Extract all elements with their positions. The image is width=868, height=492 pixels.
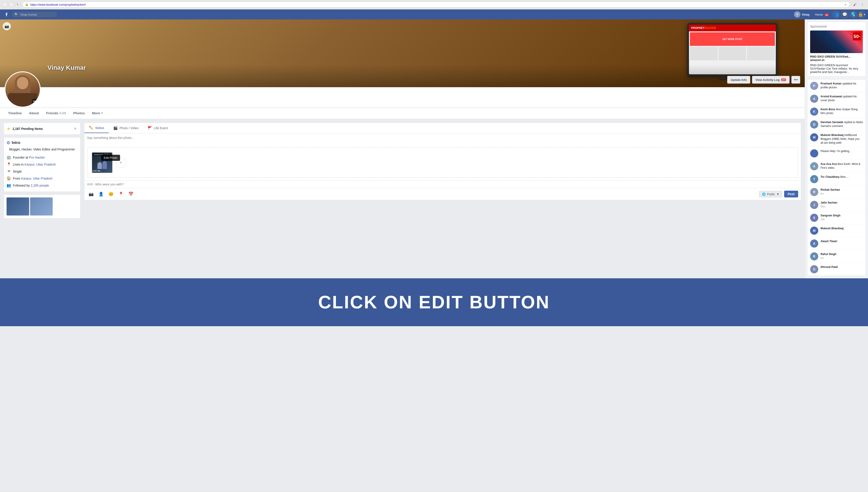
work-link[interactable]: Pro Hacker [29,156,45,159]
hometown-link[interactable]: Kanpur, Uttar Pradesh [21,177,53,180]
avatar-mukesh2: M [810,227,818,235]
friends-nav-icon[interactable]: 👥 [832,10,840,18]
more-tab-label: More [92,111,100,115]
life-event-tab[interactable]: 🚩 Life Event [143,123,172,133]
work-icon: 🏢 [6,155,11,159]
photos-box [4,195,80,218]
with-label: With [87,182,93,186]
cover-photo: PROPHETHACKER GET MORE STUFF [0,19,805,87]
tab-friends[interactable]: Friends 3,116 [43,108,70,119]
schedule-btn[interactable]: 📅 [127,190,135,198]
activity-text-jatin: Jatin Sachan [821,201,863,205]
home-notification-badge: 11 [825,14,829,16]
tab-timeline[interactable]: Timeline [4,108,26,119]
activity-item-prashant: P Prashant Kumar updated his profile pic… [807,79,866,92]
pending-label: Pending Items [21,127,43,130]
activity-item-mukesh: M Mukesh Bhardwaj HellBound Bloggers (HB… [807,131,866,147]
edit-photo-tooltip-text: Edit Photo [104,156,117,159]
activity-content-trc: Trc Chaudhary likes ... [821,175,863,183]
avatar-sangram: S [810,214,818,222]
feeling-btn[interactable]: 😊 [107,190,115,198]
location-btn[interactable]: 📍 [117,190,125,198]
browser-actions: 🖌 ⋮ [852,1,866,8]
activity-text-sangram: Sangram Singh [821,214,863,218]
profile-nav: Timeline About Friends 3,116 Photos More… [0,108,805,119]
activity-text-mukesh2: Mukesh Bhardwaj [821,227,863,230]
settings-nav-icon[interactable]: 🔒 ▼ [858,10,866,18]
ad-title[interactable]: RNG EKO GREEN SUV/Sed... amazon.in [810,55,863,62]
cover-gradient [0,65,805,87]
photo-1[interactable] [6,197,29,216]
activity-text-trc: Trc Chaudhary likes ... [821,175,863,179]
composer-text-input[interactable] [87,136,798,145]
composer-with-section: With [84,180,801,188]
bookmark-icon[interactable]: ★ [844,3,847,6]
search-input[interactable] [20,13,54,16]
more-options-button[interactable]: ••• [791,76,800,83]
activity-text-aca: Aca Aca Aca likes Earth, Wind & Fire's v… [821,162,863,170]
activity-item-rishab: R Rishab Sachan 5m [807,186,866,199]
followers-link[interactable]: 2,285 people [31,183,49,187]
activity-text-arvind: Arvind Kumawat updated his cover photo. [821,95,863,102]
forward-button[interactable]: → [8,2,14,7]
person-2 [102,161,107,169]
privacy-button[interactable]: 🌐 Public ▼ [759,191,782,197]
tab-more[interactable]: More ▼ [88,108,107,119]
back-button[interactable]: ← [2,2,8,7]
tab-about[interactable]: About [26,108,43,119]
right-sidebar: Sponsored 50% RNG EKO GREEN SUV/Sed... a… [805,19,868,278]
cover-photo-container: PROPHETHACKER GET MORE STUFF [0,19,805,108]
pending-close-button[interactable]: ✕ [73,126,77,132]
activity-text-rahul: Rahul Singh [821,252,863,256]
camera-cover-button[interactable]: 📷 [3,22,11,30]
address-bar[interactable]: 🔒 https://www.facebook.com/prophethacker… [22,2,850,7]
activity-content-dhruval: Dhruval Patel [821,265,863,273]
photo-2[interactable] [30,197,53,216]
avatar-mukesh: M [810,133,818,141]
intro-hometown-item: 🏠 From Kanpur, Uttar Pradesh [6,175,77,182]
photos-grid [6,197,77,216]
screen-logo: PROPHETHACKER [691,26,716,30]
ad-badge: 50% [853,32,861,41]
photo-name-text: AJAY BH... [92,170,102,172]
intro-title: ⊙ Intro [6,140,77,145]
activity-content-rahul: Rahul Singh 5m [821,252,863,261]
composer-tabs: ✏️ Status 🎬 Photo / Video 🚩 Life Event [84,123,801,133]
menu-button[interactable]: ⋮ [860,1,866,8]
profile-info-bar: 📷 [0,87,805,108]
ad-image[interactable]: 50% [810,30,863,53]
extensions-button[interactable]: 🖌 [852,1,858,8]
add-photo-action-btn[interactable]: 📷 [87,190,95,198]
avatar-camera-button[interactable]: 📷 [32,98,38,105]
notifications-nav-icon[interactable]: 🌎 [849,10,857,18]
people-icon: 👥 [834,12,839,17]
avatar-rahul: R [810,252,818,261]
home-nav-button[interactable]: Home 11 [813,12,831,17]
post-button[interactable]: Post [784,191,798,197]
intro-box: ⊙ Intro Blogger, Hacker, Video Editor an… [4,137,80,192]
with-input[interactable] [95,182,798,186]
avatar-head [15,75,30,93]
update-info-button[interactable]: Update Info [727,76,750,83]
avatar-darshan: D [810,120,818,128]
user-profile-nav[interactable]: V Vinay [792,10,811,19]
photo-video-tab[interactable]: 🎬 Photo / Video [109,123,143,133]
search-bar[interactable]: 🔍 [12,12,57,17]
cover-profile-name: Vinay Kumar [47,64,86,71]
privacy-label: Public [767,193,775,196]
lock-icon: 🔒 [25,3,28,6]
messages-nav-icon[interactable]: 💬 [841,10,849,18]
activity-content-kevin: Kevin Boss likes Golper Rong Nil's photo… [821,107,863,116]
view-activity-log-button[interactable]: View Activity Log 10+ [752,76,790,83]
avatar-prashant: P [810,82,818,90]
activity-log-label: View Activity Log [755,78,780,81]
tag-people-btn[interactable]: 👤 [97,190,105,198]
tab-photos[interactable]: Photos [70,108,88,119]
lives-in-link[interactable]: Kanpur, Uttar Pradesh [24,163,56,166]
sangram-time: 20h [821,218,863,221]
activity-item-darshan: D Darshan Sarwade replied to Abdul Samad… [807,118,866,131]
intro-followers-item: 👥 Followed by 2,285 people [6,182,77,189]
photo-people [97,161,107,169]
refresh-button[interactable]: ↻ [15,2,20,7]
status-tab[interactable]: ✏️ Status [84,123,109,133]
